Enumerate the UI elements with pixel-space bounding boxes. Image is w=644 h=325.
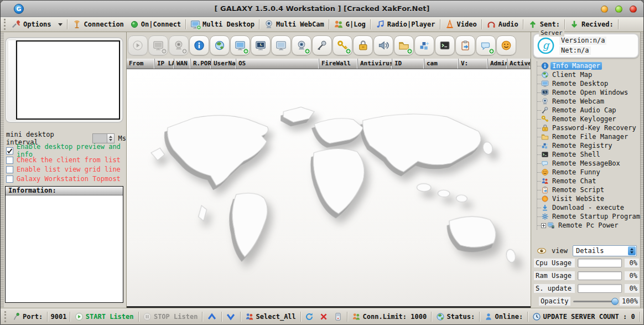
column-header-username[interactable]: UserName bbox=[211, 59, 236, 69]
on-connect-button[interactable]: On|Connect bbox=[128, 19, 183, 29]
remote-open-windows-button[interactable] bbox=[251, 35, 271, 55]
ram-usage-bar bbox=[578, 271, 622, 280]
tree-item-download-execute[interactable]: Download - execute bbox=[537, 203, 640, 212]
remote-audio-button[interactable] bbox=[373, 35, 393, 55]
column-header-os[interactable]: OS bbox=[236, 59, 319, 69]
checkbox-row[interactable]: Enable desktop preview and info bbox=[6, 147, 126, 154]
checkbox-checked[interactable] bbox=[6, 147, 13, 154]
server-group-label: Server bbox=[539, 30, 564, 37]
tree-item-remote-pc-power[interactable]: Remote Pc Power bbox=[537, 221, 640, 230]
remote-file-manager-button[interactable] bbox=[394, 35, 414, 55]
tree-item-remote-open-windows[interactable]: Remote Open Windows bbox=[537, 88, 640, 97]
checkbox-unchecked[interactable] bbox=[6, 166, 13, 173]
toolbar-grip[interactable] bbox=[4, 19, 6, 30]
statusbar-grip[interactable] bbox=[4, 311, 6, 322]
tree-item-remote-file-manager[interactable]: Remote File Manager bbox=[537, 132, 640, 141]
tree-item-client-map[interactable]: Client Map bbox=[537, 70, 640, 79]
remote-funny-button[interactable] bbox=[496, 35, 516, 55]
checkbox-row[interactable]: Check the client from list bbox=[6, 156, 126, 164]
column-header-active[interactable]: Active bbox=[507, 59, 531, 69]
minimize-button[interactable] bbox=[601, 6, 608, 13]
server-pc-button[interactable] bbox=[333, 312, 344, 321]
options-button[interactable]: Options bbox=[9, 19, 64, 30]
tree-item-password-key-recovery[interactable]: Password-Key Recovery bbox=[537, 123, 640, 132]
refresh-button[interactable] bbox=[304, 312, 315, 321]
info-manager-button[interactable] bbox=[189, 35, 209, 55]
remote-script-button[interactable] bbox=[455, 35, 475, 55]
delete-button[interactable] bbox=[318, 312, 329, 321]
separator bbox=[440, 19, 440, 29]
interval-unit-label: Ms bbox=[118, 135, 126, 142]
move-down-button[interactable] bbox=[225, 312, 237, 322]
tree-item-remote-chat[interactable]: Remote Chat bbox=[537, 177, 640, 185]
online-indicator: Online: bbox=[483, 312, 524, 321]
tree-item-remote-startup-program[interactable]: Remote Startup Program bbox=[537, 212, 640, 221]
radio-player-button[interactable]: Radio|Player bbox=[373, 19, 437, 30]
opacity-slider[interactable] bbox=[573, 301, 617, 302]
server-version: Version:n/a bbox=[559, 37, 606, 45]
remote-shell-button[interactable] bbox=[435, 35, 455, 55]
key-icon bbox=[541, 115, 549, 123]
column-header-id[interactable]: ID bbox=[392, 59, 424, 69]
tree-item-remote-keylogger[interactable]: Remote Keylogger bbox=[537, 115, 640, 123]
slider-thumb[interactable] bbox=[611, 298, 619, 305]
dropdown-spinner[interactable] bbox=[628, 246, 636, 255]
close-button[interactable] bbox=[630, 6, 637, 13]
column-header-antivirus[interactable]: Antivirus bbox=[358, 59, 392, 69]
remote-desktop-button[interactable] bbox=[230, 35, 250, 55]
client-map-button[interactable] bbox=[210, 35, 230, 55]
video-button[interactable]: Video bbox=[443, 19, 479, 30]
remote-keylogger-button[interactable] bbox=[333, 35, 352, 55]
server-update-row: S. update 0% bbox=[534, 284, 639, 293]
tree-item-remote-funny[interactable]: Remote Funny bbox=[537, 168, 640, 177]
connection-button[interactable]: Connection bbox=[70, 19, 126, 30]
tree-item-remote-shell[interactable]: Remote Shell bbox=[537, 150, 640, 159]
remote-audio-cap-button[interactable] bbox=[312, 35, 332, 55]
expand-plus-icon[interactable] bbox=[541, 223, 546, 228]
tree-item-info-manager[interactable]: Info Manager bbox=[537, 61, 640, 70]
spinner-buttons[interactable] bbox=[107, 134, 114, 143]
add-desktop-button[interactable] bbox=[148, 35, 168, 55]
maximize-button[interactable] bbox=[615, 6, 622, 13]
password-key-recovery-button[interactable] bbox=[353, 35, 373, 55]
title-bar[interactable]: G [ GALAXY 1.5.0.4 Workstation ] [Cracke… bbox=[1, 1, 643, 17]
audio-button[interactable]: Audio bbox=[485, 19, 520, 30]
multi-desktop-button[interactable]: Multi Desktop bbox=[189, 19, 256, 30]
column-header-ip-lan[interactable]: IP LAN bbox=[155, 59, 174, 69]
view-dropdown[interactable]: Details bbox=[573, 245, 637, 256]
tree-item-remote-webcam[interactable]: Remote Webcam bbox=[537, 97, 640, 106]
checkbox-row[interactable]: Enable list view grid line bbox=[6, 166, 126, 173]
play-button[interactable] bbox=[128, 35, 148, 55]
column-header-rport[interactable]: R.PORT bbox=[191, 59, 211, 69]
g-log-button[interactable]: G|Log bbox=[332, 19, 367, 30]
remote-screen-button[interactable] bbox=[271, 35, 291, 55]
column-header-v[interactable]: V: bbox=[459, 59, 488, 69]
start-listen-button[interactable]: START Listen bbox=[74, 312, 135, 321]
column-header-cam[interactable]: cam bbox=[424, 59, 459, 69]
remote-messagebox-button[interactable] bbox=[476, 35, 496, 55]
move-up-button[interactable] bbox=[206, 312, 218, 322]
multi-webcam-button[interactable]: Multi WebCam bbox=[262, 19, 326, 30]
remote-registry-button[interactable] bbox=[414, 35, 434, 55]
stop-listen-button[interactable]: STOP Listen bbox=[142, 312, 199, 321]
add-webcam-button[interactable] bbox=[169, 35, 189, 55]
tree-item-remote-messagebox[interactable]: Remote MessageBox bbox=[537, 159, 640, 168]
tree-item-remote-desktop[interactable]: Remote Desktop bbox=[537, 79, 640, 88]
tree-item-remote-registry[interactable]: Remote Registry bbox=[537, 141, 640, 150]
column-header-admin[interactable]: Admin bbox=[488, 59, 507, 69]
remote-webcam-button[interactable] bbox=[292, 35, 311, 55]
port-value[interactable]: 9001 bbox=[51, 313, 67, 321]
tree-item-remote-script[interactable]: Remote Script bbox=[537, 185, 640, 194]
select-all-button[interactable]: Select_All bbox=[244, 312, 297, 321]
checkbox-unchecked[interactable] bbox=[6, 157, 13, 164]
checkbox-unchecked[interactable] bbox=[6, 176, 13, 183]
column-header-from[interactable]: From bbox=[127, 59, 155, 69]
tree-item-visit-website[interactable]: Visit WebSite bbox=[537, 194, 640, 203]
people-icon bbox=[334, 19, 344, 29]
column-header-firewall[interactable]: FireWall bbox=[319, 59, 358, 69]
column-header-wan[interactable]: WAN bbox=[174, 59, 191, 69]
tree-item-remote-audio-cap[interactable]: Remote Audio Cap bbox=[537, 106, 640, 115]
checkbox-row[interactable]: Galaxy Workstation Topmost bbox=[6, 175, 126, 183]
clock-icon bbox=[532, 312, 541, 321]
interval-spinner[interactable] bbox=[92, 133, 114, 143]
